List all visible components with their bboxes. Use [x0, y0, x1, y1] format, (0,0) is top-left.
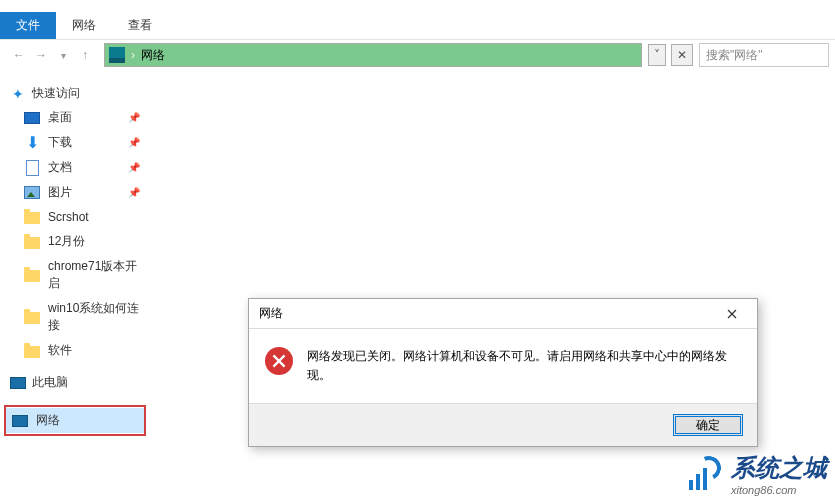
quick-access-header[interactable]: ✦ 快速访问	[4, 82, 146, 105]
folder-icon	[24, 270, 40, 282]
sidebar-item-win10[interactable]: win10系统如何连接	[4, 296, 146, 338]
recent-dropdown[interactable]: ▾	[54, 46, 72, 64]
up-button[interactable]: ↑	[76, 46, 94, 64]
sidebar-item-desktop[interactable]: 桌面 📌	[4, 105, 146, 130]
sidebar-item-december[interactable]: 12月份	[4, 229, 146, 254]
watermark: 系统之城 xitong86.com	[683, 452, 827, 496]
folder-icon	[24, 346, 40, 358]
sidebar-item-network[interactable]: 网络	[6, 408, 144, 433]
sidebar-item-scrshot[interactable]: Scrshot	[4, 205, 146, 229]
address-text: 网络	[141, 47, 165, 64]
close-icon	[727, 309, 737, 319]
ok-button[interactable]: 确定	[673, 414, 743, 436]
chevron-right-icon: ›	[131, 48, 135, 62]
pin-icon: 📌	[128, 187, 140, 198]
document-icon	[26, 160, 39, 176]
sidebar-item-this-pc[interactable]: 此电脑	[4, 371, 146, 394]
sidebar-item-software[interactable]: 软件	[4, 338, 146, 363]
forward-button[interactable]: →	[32, 46, 50, 64]
dialog-title-text: 网络	[259, 305, 283, 322]
pictures-icon	[24, 186, 40, 199]
ribbon-tab-view[interactable]: 查看	[112, 12, 168, 39]
star-icon: ✦	[10, 86, 26, 102]
network-location-icon	[109, 47, 125, 63]
folder-icon	[24, 212, 40, 224]
download-icon: ⬇	[24, 135, 40, 151]
computer-icon	[10, 377, 26, 389]
watermark-url: xitong86.com	[731, 484, 827, 496]
search-input[interactable]: 搜索"网络"	[699, 43, 829, 67]
folder-icon	[24, 312, 40, 324]
sidebar-item-pictures[interactable]: 图片 📌	[4, 180, 146, 205]
pin-icon: 📌	[128, 162, 140, 173]
annotation-highlight: 网络	[4, 405, 146, 436]
dialog-footer: 确定	[249, 403, 757, 446]
address-bar[interactable]: › 网络	[104, 43, 642, 67]
sidebar-item-downloads[interactable]: ⬇ 下载 📌	[4, 130, 146, 155]
pin-icon: 📌	[128, 137, 140, 148]
back-button[interactable]: ←	[10, 46, 28, 64]
search-placeholder: 搜索"网络"	[706, 47, 763, 64]
ribbon-tab-file[interactable]: 文件	[0, 12, 56, 39]
refresh-button[interactable]: ✕	[671, 44, 693, 66]
address-row: ← → ▾ ↑ › 网络 ˅ ✕ 搜索"网络"	[0, 40, 835, 70]
sidebar-item-chrome71[interactable]: chrome71版本开启	[4, 254, 146, 296]
pin-icon: 📌	[128, 112, 140, 123]
dialog-body: 网络发现已关闭。网络计算机和设备不可见。请启用网络和共享中心中的网络发现。	[249, 329, 757, 403]
dialog-close-button[interactable]	[717, 304, 747, 324]
network-discovery-dialog: 网络 网络发现已关闭。网络计算机和设备不可见。请启用网络和共享中心中的网络发现。…	[248, 298, 758, 447]
navigation-pane: ✦ 快速访问 桌面 📌 ⬇ 下载 📌 文档 📌 图片 📌 Scrshot	[0, 70, 150, 502]
nav-buttons: ← → ▾ ↑	[6, 46, 98, 64]
sidebar-item-documents[interactable]: 文档 📌	[4, 155, 146, 180]
desktop-icon	[24, 112, 40, 124]
dialog-message: 网络发现已关闭。网络计算机和设备不可见。请启用网络和共享中心中的网络发现。	[307, 347, 741, 385]
title-bar	[0, 0, 835, 12]
watermark-title: 系统之城	[731, 452, 827, 484]
ribbon-tab-network[interactable]: 网络	[56, 12, 112, 39]
network-icon	[12, 415, 28, 427]
dialog-titlebar: 网络	[249, 299, 757, 329]
ribbon-tabs: 文件 网络 查看	[0, 12, 835, 40]
folder-icon	[24, 237, 40, 249]
watermark-logo-icon	[683, 454, 723, 494]
address-history-dropdown[interactable]: ˅	[648, 44, 666, 66]
error-icon	[265, 347, 293, 375]
